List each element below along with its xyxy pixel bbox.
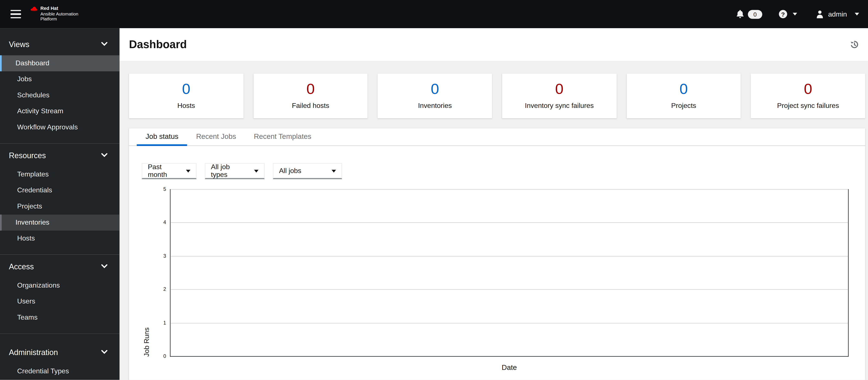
sidebar-item-users[interactable]: Users bbox=[0, 293, 120, 310]
gridline bbox=[170, 323, 848, 323]
nav-section-views: Views Dashboard Jobs Schedules Activity … bbox=[0, 28, 120, 143]
stat-value[interactable]: 0 bbox=[502, 81, 617, 97]
nav-section-label: Resources bbox=[9, 151, 46, 160]
jobs-select[interactable]: All jobs bbox=[273, 163, 342, 179]
stat-label: Failed hosts bbox=[253, 102, 368, 110]
notifications-button[interactable]: 0 bbox=[736, 10, 762, 19]
job-type-select[interactable]: All job types bbox=[205, 163, 265, 179]
username-label: admin bbox=[828, 10, 847, 18]
stat-card-projects[interactable]: 0 Projects bbox=[626, 73, 741, 118]
chevron-down-icon bbox=[101, 264, 107, 268]
page-title: Dashboard bbox=[129, 38, 187, 51]
stat-card-project-sync-failures[interactable]: 0 Project sync failures bbox=[751, 73, 865, 118]
caret-down-icon bbox=[254, 170, 259, 172]
stat-label: Projects bbox=[626, 102, 741, 110]
nav-section-label: Access bbox=[9, 262, 34, 271]
chart-x-axis-title: Date bbox=[170, 363, 849, 372]
jobs-select-value: All jobs bbox=[279, 167, 302, 175]
stats-row: 0 Hosts 0 Failed hosts 0 Inventories 0 I… bbox=[129, 73, 865, 118]
nav-section-label: Views bbox=[9, 39, 29, 48]
stat-value[interactable]: 0 bbox=[129, 81, 243, 97]
nav-section-toggle-access[interactable]: Access bbox=[0, 260, 120, 273]
sidebar-item-hosts[interactable]: Hosts bbox=[0, 231, 120, 247]
y-tick-label: 1 bbox=[163, 320, 166, 325]
sidebar-item-dashboard[interactable]: Dashboard bbox=[0, 55, 120, 71]
user-menu-button[interactable]: admin bbox=[816, 10, 859, 18]
y-tick-label: 3 bbox=[163, 253, 166, 259]
y-tick-label: 0 bbox=[163, 353, 166, 359]
tab-job-status[interactable]: Job status bbox=[136, 128, 187, 146]
chevron-down-icon bbox=[101, 153, 107, 157]
brand-line3: Platform bbox=[40, 17, 78, 22]
job-status-chart: Job Runs 5 4 3 2 1 0 Date bbox=[129, 189, 865, 372]
nav-section-label: Administration bbox=[9, 348, 58, 356]
redhat-fedora-icon bbox=[30, 7, 37, 12]
stat-label: Inventory sync failures bbox=[502, 102, 617, 110]
nav-section-resources: Resources Templates Credentials Projects… bbox=[0, 143, 120, 254]
period-select[interactable]: Past month bbox=[142, 163, 197, 179]
refresh-history-button[interactable] bbox=[850, 40, 859, 49]
sidebar-item-schedules[interactable]: Schedules bbox=[0, 87, 120, 103]
tab-recent-jobs[interactable]: Recent Jobs bbox=[187, 128, 245, 146]
job-type-select-value: All job types bbox=[211, 163, 247, 179]
sidebar-item-activity-stream[interactable]: Activity Stream bbox=[0, 103, 120, 119]
gridline bbox=[170, 289, 848, 290]
sidebar-item-notifications[interactable]: Notifications bbox=[0, 379, 120, 380]
sidebar-item-organizations[interactable]: Organizations bbox=[0, 277, 120, 293]
brand-text: Red Hat Ansible Automation Platform bbox=[40, 6, 78, 22]
sidebar-item-teams[interactable]: Teams bbox=[0, 310, 120, 326]
sidebar-item-projects[interactable]: Projects bbox=[0, 199, 120, 215]
stat-value[interactable]: 0 bbox=[751, 81, 865, 97]
caret-down-icon bbox=[855, 13, 859, 15]
gridline bbox=[170, 222, 848, 223]
history-icon bbox=[850, 40, 859, 49]
stat-card-failed-hosts[interactable]: 0 Failed hosts bbox=[253, 73, 368, 118]
nav-section-toggle-views[interactable]: Views bbox=[0, 37, 120, 51]
gridline bbox=[170, 189, 848, 190]
tab-bar: Job status Recent Jobs Recent Templates bbox=[129, 128, 865, 146]
stat-label: Inventories bbox=[378, 102, 492, 110]
nav-section-toggle-administration[interactable]: Administration bbox=[0, 345, 120, 359]
sidebar-item-workflow-approvals[interactable]: Workflow Approvals bbox=[0, 119, 120, 136]
chart-filters: Past month All job types All jobs bbox=[142, 163, 865, 179]
stat-value[interactable]: 0 bbox=[253, 81, 368, 97]
chevron-down-icon bbox=[101, 350, 107, 354]
stat-card-inventory-sync-failures[interactable]: 0 Inventory sync failures bbox=[502, 73, 617, 118]
gridline bbox=[170, 256, 848, 256]
y-tick-label: 2 bbox=[163, 286, 166, 292]
period-select-value: Past month bbox=[148, 163, 180, 179]
y-tick-label: 5 bbox=[163, 186, 166, 192]
nav-section-toggle-resources[interactable]: Resources bbox=[0, 148, 120, 162]
nav-section-administration: Administration Credential Types Notifica… bbox=[0, 333, 120, 380]
stat-label: Hosts bbox=[129, 102, 243, 110]
page-header: Dashboard bbox=[120, 28, 868, 61]
stat-label: Project sync failures bbox=[751, 102, 865, 110]
brand-logo[interactable]: Red Hat Ansible Automation Platform bbox=[30, 6, 78, 22]
sidebar-item-credential-types[interactable]: Credential Types bbox=[0, 363, 120, 379]
chart-plot-area: 5 4 3 2 1 0 bbox=[170, 189, 849, 357]
sidebar-item-credentials[interactable]: Credentials bbox=[0, 182, 120, 199]
nav-toggle-button[interactable] bbox=[6, 0, 27, 28]
sidebar-item-inventories[interactable]: Inventories bbox=[0, 214, 120, 231]
main-content: Dashboard 0 Hosts 0 Failed hosts bbox=[120, 28, 868, 380]
hamburger-icon bbox=[10, 10, 21, 11]
sidebar-item-jobs[interactable]: Jobs bbox=[0, 71, 120, 88]
question-circle-icon: ? bbox=[779, 10, 787, 18]
bell-icon bbox=[736, 10, 744, 18]
sidebar-nav: Views Dashboard Jobs Schedules Activity … bbox=[0, 28, 120, 380]
sidebar-item-templates[interactable]: Templates bbox=[0, 166, 120, 182]
help-menu-button[interactable]: ? bbox=[779, 10, 797, 18]
brand-line2: Ansible Automation bbox=[40, 11, 78, 16]
stat-value[interactable]: 0 bbox=[626, 81, 741, 97]
notification-count-badge: 0 bbox=[748, 10, 762, 19]
chart-y-axis-title: Job Runs bbox=[143, 189, 151, 357]
user-icon bbox=[816, 10, 824, 18]
stat-card-inventories[interactable]: 0 Inventories bbox=[378, 73, 492, 118]
chevron-down-icon bbox=[101, 42, 107, 46]
app-window: Red Hat Ansible Automation Platform 0 ? bbox=[0, 0, 868, 380]
caret-down-icon bbox=[793, 13, 797, 15]
stat-value[interactable]: 0 bbox=[378, 81, 492, 97]
y-tick-label: 4 bbox=[163, 220, 166, 225]
stat-card-hosts[interactable]: 0 Hosts bbox=[129, 73, 243, 118]
tab-recent-templates[interactable]: Recent Templates bbox=[245, 128, 320, 146]
